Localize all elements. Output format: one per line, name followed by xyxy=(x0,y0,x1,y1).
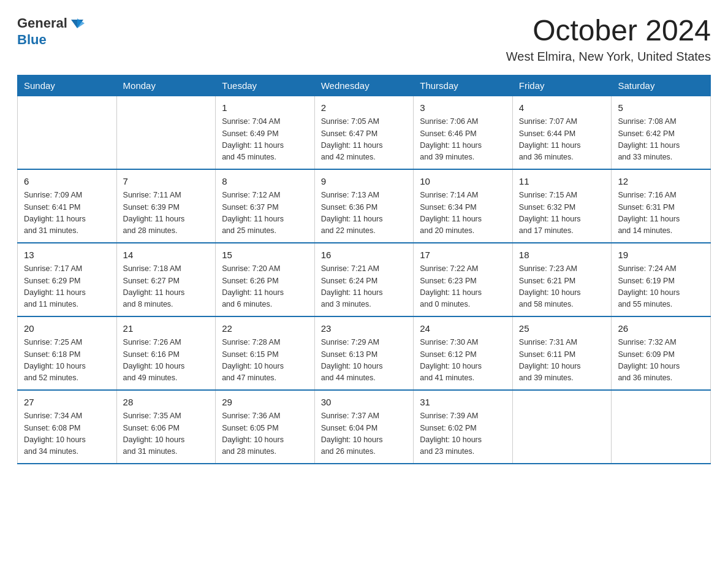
day-info: Sunrise: 7:11 AM Sunset: 6:39 PM Dayligh… xyxy=(123,190,210,237)
day-info: Sunrise: 7:37 AM Sunset: 6:04 PM Dayligh… xyxy=(321,410,408,458)
calendar-cell: 12Sunrise: 7:16 AM Sunset: 6:31 PM Dayli… xyxy=(612,169,711,243)
calendar-cell xyxy=(612,390,711,464)
calendar-cell: 10Sunrise: 7:14 AM Sunset: 6:34 PM Dayli… xyxy=(414,169,513,243)
day-info: Sunrise: 7:39 AM Sunset: 6:02 PM Dayligh… xyxy=(420,410,506,458)
day-number: 9 xyxy=(321,175,408,189)
calendar-cell: 22Sunrise: 7:28 AM Sunset: 6:15 PM Dayli… xyxy=(216,316,315,390)
day-info: Sunrise: 7:24 AM Sunset: 6:19 PM Dayligh… xyxy=(618,263,704,311)
calendar-table: SundayMondayTuesdayWednesdayThursdayFrid… xyxy=(17,75,711,464)
day-number: 13 xyxy=(24,248,110,262)
day-info: Sunrise: 7:09 AM Sunset: 6:41 PM Dayligh… xyxy=(24,190,110,237)
day-info: Sunrise: 7:08 AM Sunset: 6:42 PM Dayligh… xyxy=(618,116,704,164)
calendar-cell: 25Sunrise: 7:31 AM Sunset: 6:11 PM Dayli… xyxy=(512,316,612,390)
calendar-cell: 2Sunrise: 7:05 AM Sunset: 6:47 PM Daylig… xyxy=(314,96,414,169)
calendar-cell xyxy=(18,96,117,169)
calendar-cell: 5Sunrise: 7:08 AM Sunset: 6:42 PM Daylig… xyxy=(612,96,711,169)
day-info: Sunrise: 7:04 AM Sunset: 6:49 PM Dayligh… xyxy=(222,116,308,164)
day-number: 20 xyxy=(24,322,110,336)
title-section: October 2024 West Elmira, New York, Unit… xyxy=(506,15,711,64)
calendar-cell: 17Sunrise: 7:22 AM Sunset: 6:23 PM Dayli… xyxy=(414,243,513,316)
calendar-cell: 30Sunrise: 7:37 AM Sunset: 6:04 PM Dayli… xyxy=(314,390,414,464)
calendar-cell xyxy=(512,390,612,464)
location-title: West Elmira, New York, United States xyxy=(506,50,711,64)
day-info: Sunrise: 7:06 AM Sunset: 6:46 PM Dayligh… xyxy=(420,116,506,164)
day-info: Sunrise: 7:28 AM Sunset: 6:15 PM Dayligh… xyxy=(222,337,308,385)
day-number: 11 xyxy=(519,175,605,189)
calendar-cell: 16Sunrise: 7:21 AM Sunset: 6:24 PM Dayli… xyxy=(314,243,414,316)
day-number: 27 xyxy=(24,396,110,410)
day-number: 16 xyxy=(321,248,408,262)
day-number: 1 xyxy=(222,101,308,115)
day-number: 8 xyxy=(222,175,308,189)
day-number: 31 xyxy=(420,396,506,410)
logo-icon xyxy=(69,15,86,32)
header-day-saturday: Saturday xyxy=(612,75,711,96)
calendar-cell: 1Sunrise: 7:04 AM Sunset: 6:49 PM Daylig… xyxy=(216,96,315,169)
week-row-1: 1Sunrise: 7:04 AM Sunset: 6:49 PM Daylig… xyxy=(18,96,711,169)
day-number: 12 xyxy=(618,175,704,189)
day-info: Sunrise: 7:20 AM Sunset: 6:26 PM Dayligh… xyxy=(222,263,308,311)
calendar-cell: 20Sunrise: 7:25 AM Sunset: 6:18 PM Dayli… xyxy=(18,316,117,390)
calendar-cell: 21Sunrise: 7:26 AM Sunset: 6:16 PM Dayli… xyxy=(116,316,216,390)
day-info: Sunrise: 7:16 AM Sunset: 6:31 PM Dayligh… xyxy=(618,190,704,237)
week-row-4: 20Sunrise: 7:25 AM Sunset: 6:18 PM Dayli… xyxy=(18,316,711,390)
day-info: Sunrise: 7:17 AM Sunset: 6:29 PM Dayligh… xyxy=(24,263,110,311)
header-day-monday: Monday xyxy=(116,75,216,96)
day-number: 14 xyxy=(123,248,210,262)
day-info: Sunrise: 7:13 AM Sunset: 6:36 PM Dayligh… xyxy=(321,190,408,237)
day-info: Sunrise: 7:36 AM Sunset: 6:05 PM Dayligh… xyxy=(222,410,308,458)
header-day-thursday: Thursday xyxy=(414,75,513,96)
day-info: Sunrise: 7:26 AM Sunset: 6:16 PM Dayligh… xyxy=(123,337,210,385)
calendar-cell: 14Sunrise: 7:18 AM Sunset: 6:27 PM Dayli… xyxy=(116,243,216,316)
calendar-cell: 26Sunrise: 7:32 AM Sunset: 6:09 PM Dayli… xyxy=(612,316,711,390)
day-info: Sunrise: 7:35 AM Sunset: 6:06 PM Dayligh… xyxy=(123,410,210,458)
day-info: Sunrise: 7:14 AM Sunset: 6:34 PM Dayligh… xyxy=(420,190,506,237)
day-number: 10 xyxy=(420,175,506,189)
calendar-cell: 3Sunrise: 7:06 AM Sunset: 6:46 PM Daylig… xyxy=(414,96,513,169)
calendar-cell: 8Sunrise: 7:12 AM Sunset: 6:37 PM Daylig… xyxy=(216,169,315,243)
header-day-friday: Friday xyxy=(512,75,612,96)
calendar-cell: 27Sunrise: 7:34 AM Sunset: 6:08 PM Dayli… xyxy=(18,390,117,464)
calendar-cell: 11Sunrise: 7:15 AM Sunset: 6:32 PM Dayli… xyxy=(512,169,612,243)
day-info: Sunrise: 7:34 AM Sunset: 6:08 PM Dayligh… xyxy=(24,410,110,458)
week-row-3: 13Sunrise: 7:17 AM Sunset: 6:29 PM Dayli… xyxy=(18,243,711,316)
day-info: Sunrise: 7:15 AM Sunset: 6:32 PM Dayligh… xyxy=(519,190,605,237)
day-info: Sunrise: 7:23 AM Sunset: 6:21 PM Dayligh… xyxy=(519,263,605,311)
header-day-tuesday: Tuesday xyxy=(216,75,315,96)
day-info: Sunrise: 7:30 AM Sunset: 6:12 PM Dayligh… xyxy=(420,337,506,385)
day-number: 29 xyxy=(222,396,308,410)
calendar-cell: 7Sunrise: 7:11 AM Sunset: 6:39 PM Daylig… xyxy=(116,169,216,243)
calendar-cell: 9Sunrise: 7:13 AM Sunset: 6:36 PM Daylig… xyxy=(314,169,414,243)
month-title: October 2024 xyxy=(506,15,711,47)
calendar-cell: 15Sunrise: 7:20 AM Sunset: 6:26 PM Dayli… xyxy=(216,243,315,316)
calendar-cell: 6Sunrise: 7:09 AM Sunset: 6:41 PM Daylig… xyxy=(18,169,117,243)
calendar-cell: 18Sunrise: 7:23 AM Sunset: 6:21 PM Dayli… xyxy=(512,243,612,316)
day-number: 7 xyxy=(123,175,210,189)
calendar-cell: 31Sunrise: 7:39 AM Sunset: 6:02 PM Dayli… xyxy=(414,390,513,464)
calendar-cell: 29Sunrise: 7:36 AM Sunset: 6:05 PM Dayli… xyxy=(216,390,315,464)
day-info: Sunrise: 7:21 AM Sunset: 6:24 PM Dayligh… xyxy=(321,263,408,311)
calendar-cell: 23Sunrise: 7:29 AM Sunset: 6:13 PM Dayli… xyxy=(314,316,414,390)
day-info: Sunrise: 7:25 AM Sunset: 6:18 PM Dayligh… xyxy=(24,337,110,385)
calendar-cell: 13Sunrise: 7:17 AM Sunset: 6:29 PM Dayli… xyxy=(18,243,117,316)
logo-text-general: General xyxy=(17,15,67,31)
day-number: 24 xyxy=(420,322,506,336)
calendar-header: SundayMondayTuesdayWednesdayThursdayFrid… xyxy=(18,75,711,96)
day-info: Sunrise: 7:18 AM Sunset: 6:27 PM Dayligh… xyxy=(123,263,210,311)
calendar-cell: 19Sunrise: 7:24 AM Sunset: 6:19 PM Dayli… xyxy=(612,243,711,316)
day-info: Sunrise: 7:29 AM Sunset: 6:13 PM Dayligh… xyxy=(321,337,408,385)
day-number: 18 xyxy=(519,248,605,262)
calendar-body: 1Sunrise: 7:04 AM Sunset: 6:49 PM Daylig… xyxy=(18,96,711,464)
calendar-cell: 28Sunrise: 7:35 AM Sunset: 6:06 PM Dayli… xyxy=(116,390,216,464)
header-day-wednesday: Wednesday xyxy=(314,75,414,96)
day-number: 25 xyxy=(519,322,605,336)
day-number: 5 xyxy=(618,101,704,115)
page-header: General Blue October 2024 West Elmira, N… xyxy=(17,15,711,64)
day-number: 22 xyxy=(222,322,308,336)
day-number: 15 xyxy=(222,248,308,262)
day-number: 28 xyxy=(123,396,210,410)
logo-text-blue: Blue xyxy=(17,32,47,48)
calendar-cell: 24Sunrise: 7:30 AM Sunset: 6:12 PM Dayli… xyxy=(414,316,513,390)
header-row: SundayMondayTuesdayWednesdayThursdayFrid… xyxy=(18,75,711,96)
day-number: 3 xyxy=(420,101,506,115)
